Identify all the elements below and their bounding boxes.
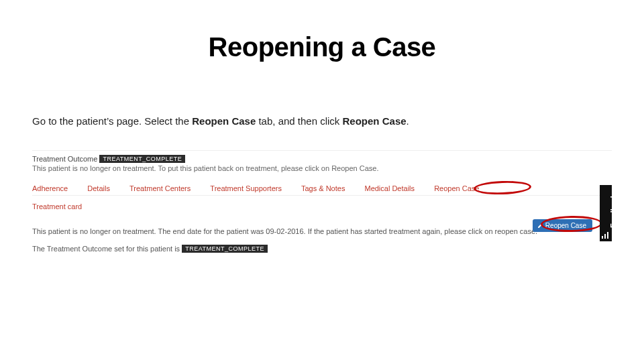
tab-treatment-card[interactable]: Treatment card <box>32 202 82 210</box>
screenshot-area: Treatment Outcome TREATMENT_COMPLETE Thi… <box>32 147 612 275</box>
outcome-paragraph: The Treatment Outcome set for this patie… <box>32 245 612 253</box>
instruction-text: Go to the patient’s page. Select the Reo… <box>32 115 409 127</box>
instr-bold-2: Reopen Case <box>343 115 407 127</box>
outcome-paragraph-badge: TREATMENT_COMPLETE <box>182 245 268 253</box>
outcome-subtext: This patient is no longer on treatment. … <box>32 164 612 172</box>
feedback-label: Feedback <box>609 194 617 228</box>
instr-bold-1: Reopen Case <box>192 115 256 127</box>
instr-post: . <box>407 115 409 127</box>
reopen-case-button[interactable]: Reopen Case <box>533 220 592 231</box>
reopen-paragraph: This patient is no longer on treatment. … <box>32 225 612 238</box>
slide-root: Reopening a Case Go to the patient’s pag… <box>0 32 644 362</box>
outcome-badge: TREATMENT_COMPLETE <box>99 155 185 163</box>
pencil-icon <box>537 223 543 229</box>
slide-title: Reopening a Case <box>0 32 644 62</box>
outcome-label: Treatment Outcome <box>32 155 97 163</box>
reopen-case-button-label: Reopen Case <box>545 222 586 229</box>
tab-tags-notes[interactable]: Tags & Notes <box>301 184 345 194</box>
instr-mid: tab, and then click <box>256 115 342 127</box>
tab-underline <box>32 195 612 196</box>
tab-details[interactable]: Details <box>87 184 110 194</box>
tab-medical-details[interactable]: Medical Details <box>364 184 415 194</box>
feedback-side-tab[interactable]: Feedback <box>600 185 612 241</box>
tab-reopen-case[interactable]: Reopen Case <box>434 184 479 194</box>
tab-adherence[interactable]: Adherence <box>32 184 68 194</box>
signal-icon <box>602 232 610 239</box>
instr-pre: Go to the patient’s page. Select the <box>32 115 192 127</box>
tab-treatment-centers[interactable]: Treatment Centers <box>129 184 191 194</box>
tab-row: Adherence Details Treatment Centers Trea… <box>32 184 612 196</box>
divider <box>32 150 612 151</box>
outcome-paragraph-pre: The Treatment Outcome set for this patie… <box>32 245 182 253</box>
outcome-line: Treatment Outcome TREATMENT_COMPLETE <box>32 155 612 163</box>
tab-treatment-supporters[interactable]: Treatment Supporters <box>210 184 282 194</box>
